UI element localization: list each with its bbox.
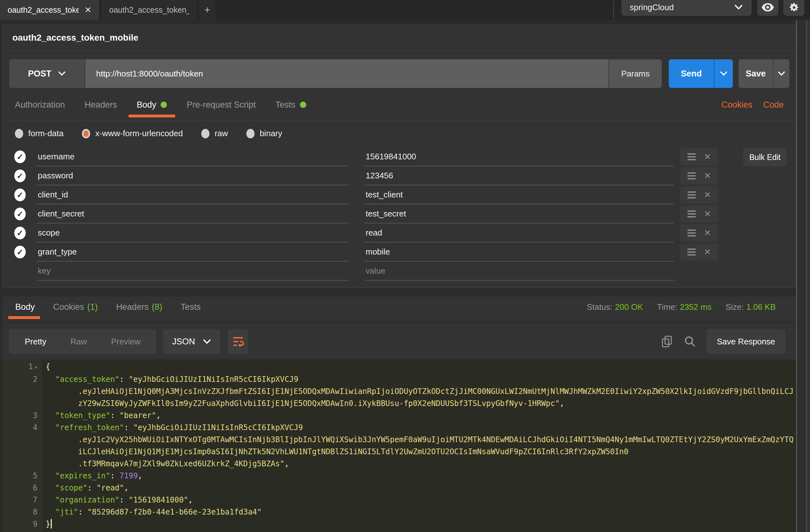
response-tab-tests[interactable]: Tests bbox=[181, 302, 200, 312]
workspace-tab-oauth2-access-token[interactable]: oauth2_access_token_✕ bbox=[0, 0, 99, 20]
code-line: 6"scope": "read", bbox=[2, 482, 796, 494]
view-mode-raw[interactable]: Raw bbox=[59, 337, 99, 346]
drag-handle-icon[interactable] bbox=[687, 209, 696, 219]
code-text: "organization": "15619841000", bbox=[43, 494, 193, 506]
workspace-tab-oauth2-access-token-passv[interactable]: oauth2_access_token_passv bbox=[101, 0, 197, 20]
line-number bbox=[2, 434, 43, 446]
delete-row-icon[interactable]: ✕ bbox=[704, 152, 711, 162]
request-tabs: AuthorizationHeadersBodyPre-request Scri… bbox=[15, 100, 306, 110]
row-checkbox[interactable]: ✓ bbox=[14, 189, 26, 201]
search-icon[interactable] bbox=[684, 335, 696, 348]
view-mode-pretty[interactable]: Pretty bbox=[13, 337, 59, 346]
row-checkbox[interactable]: ✓ bbox=[14, 170, 26, 182]
save-options-button[interactable] bbox=[773, 59, 789, 88]
send-options-button[interactable] bbox=[714, 59, 733, 88]
body-type-form-data[interactable]: form-data bbox=[15, 129, 64, 139]
body-type-x-www-form-urlencoded[interactable]: x-www-form-urlencoded bbox=[82, 129, 183, 139]
key-input[interactable]: key bbox=[36, 261, 349, 280]
format-select[interactable]: JSON bbox=[163, 329, 220, 354]
code-text: } bbox=[43, 518, 52, 530]
delete-row-icon[interactable]: ✕ bbox=[704, 209, 711, 219]
code-text: { bbox=[43, 360, 50, 373]
drag-handle-icon[interactable] bbox=[687, 171, 696, 181]
key-input[interactable]: client_secret bbox=[36, 205, 349, 224]
url-input[interactable]: http://host1:8000/oauth/token bbox=[85, 59, 609, 88]
tab-pre-request-script[interactable]: Pre-request Script bbox=[187, 100, 256, 110]
row-checkbox[interactable]: ✓ bbox=[14, 208, 26, 220]
delete-row-icon[interactable]: ✕ bbox=[704, 171, 711, 181]
key-input[interactable]: client_id bbox=[36, 186, 349, 205]
response-tab-headers[interactable]: Headers(8) bbox=[116, 302, 162, 312]
response-header: BodyCookies(1)Headers(8)Tests Status:200… bbox=[2, 296, 796, 318]
drag-handle-icon[interactable] bbox=[687, 228, 696, 238]
delete-row-icon[interactable]: ✕ bbox=[704, 228, 711, 238]
save-response-button[interactable]: Save Response bbox=[707, 329, 785, 354]
body-type-binary[interactable]: binary bbox=[246, 129, 282, 139]
workspace-tab-label: oauth2_access_token_ bbox=[7, 5, 79, 15]
time-value: 2352 ms bbox=[680, 302, 712, 312]
method-select[interactable]: POST bbox=[9, 59, 85, 88]
view-mode-preview[interactable]: Preview bbox=[99, 337, 152, 346]
code-text: .tf3MRmqavA7mjZXl9w0ZkLxed6UZkrkZ_4KDjg5… bbox=[43, 458, 289, 470]
row-checkbox[interactable]: ✓ bbox=[14, 227, 26, 239]
drag-handle-icon[interactable] bbox=[687, 190, 696, 200]
value-input[interactable]: mobile bbox=[364, 242, 674, 261]
value-input[interactable]: 15619841000 bbox=[364, 147, 674, 166]
copy-icon[interactable] bbox=[661, 335, 674, 349]
bulk-edit-button[interactable]: Bulk Edit bbox=[743, 148, 787, 166]
cookies-link[interactable]: Cookies bbox=[722, 100, 752, 110]
code-link[interactable]: Code bbox=[763, 100, 784, 110]
form-row-username: ✓username15619841000✕ bbox=[14, 147, 796, 166]
params-button[interactable]: Params bbox=[609, 59, 662, 88]
value-input[interactable]: read bbox=[364, 224, 674, 242]
value-input[interactable]: test_secret bbox=[364, 205, 674, 224]
row-checkbox[interactable]: ✓ bbox=[14, 246, 26, 258]
environment-select[interactable]: springCloud bbox=[621, 0, 751, 16]
checkbox-cell bbox=[14, 261, 36, 280]
value-input[interactable]: value bbox=[364, 261, 674, 280]
tab-headers[interactable]: Headers bbox=[85, 100, 117, 110]
delete-row-icon[interactable]: ✕ bbox=[704, 247, 711, 257]
response-toolbar-right: Save Response bbox=[661, 329, 790, 354]
key-input[interactable]: grant_type bbox=[36, 242, 349, 261]
drag-handle-icon[interactable] bbox=[687, 152, 696, 162]
settings-button[interactable] bbox=[783, 0, 804, 16]
wrap-text-button[interactable] bbox=[228, 329, 248, 354]
key-input[interactable]: password bbox=[36, 166, 349, 186]
delete-row-icon[interactable]: ✕ bbox=[704, 190, 711, 200]
environment-name: springCloud bbox=[630, 2, 674, 12]
body-type-label: binary bbox=[260, 129, 282, 139]
key-input[interactable]: username bbox=[36, 147, 349, 166]
response-tab-body[interactable]: Body bbox=[15, 302, 35, 312]
size-item: Size:1.06 KB bbox=[726, 302, 776, 312]
save-button[interactable]: Save bbox=[739, 59, 773, 88]
chevron-down-icon bbox=[719, 71, 728, 76]
code-lines: 1▾{2"access_token": "eyJhbGciOiJIUzI1NiI… bbox=[2, 360, 796, 530]
form-row-grant-type: ✓grant_typemobile✕ bbox=[14, 242, 796, 261]
value-input[interactable]: test_client bbox=[364, 186, 674, 205]
value-input[interactable]: 123456 bbox=[364, 166, 674, 186]
tab-authorization[interactable]: Authorization bbox=[15, 100, 65, 110]
wrap-text-icon bbox=[232, 335, 244, 348]
radio-icon bbox=[246, 129, 255, 139]
checkbox-cell: ✓ bbox=[14, 205, 36, 224]
chevron-down-icon bbox=[202, 339, 211, 344]
fold-caret-icon[interactable]: ▾ bbox=[34, 364, 37, 370]
send-button[interactable]: Send bbox=[669, 59, 714, 88]
workspace-tab-label: oauth2_access_token_passv bbox=[109, 5, 189, 15]
code-text: zY29wZSI6WyJyZWFkIl0sIm9yZ2FuaXphdGlvbiI… bbox=[43, 398, 564, 409]
tab-body[interactable]: Body bbox=[137, 100, 167, 110]
window-edge bbox=[807, 20, 810, 532]
drag-handle-icon[interactable] bbox=[687, 247, 696, 257]
new-tab-button[interactable]: + bbox=[199, 0, 215, 20]
response-tab-cookies[interactable]: Cookies(1) bbox=[53, 302, 98, 312]
row-checkbox[interactable]: ✓ bbox=[14, 150, 26, 163]
close-tab-icon[interactable]: ✕ bbox=[84, 5, 92, 15]
environment-preview-button[interactable] bbox=[757, 0, 778, 16]
body-type-raw[interactable]: raw bbox=[201, 129, 228, 139]
key-input[interactable]: scope bbox=[36, 224, 349, 242]
response-body-viewer[interactable]: 1▾{2"access_token": "eyJhbGciOiJIUzI1NiI… bbox=[2, 359, 796, 532]
tab-tests[interactable]: Tests bbox=[275, 100, 306, 110]
divider bbox=[2, 322, 796, 322]
row-actions: ✕ bbox=[680, 224, 718, 242]
